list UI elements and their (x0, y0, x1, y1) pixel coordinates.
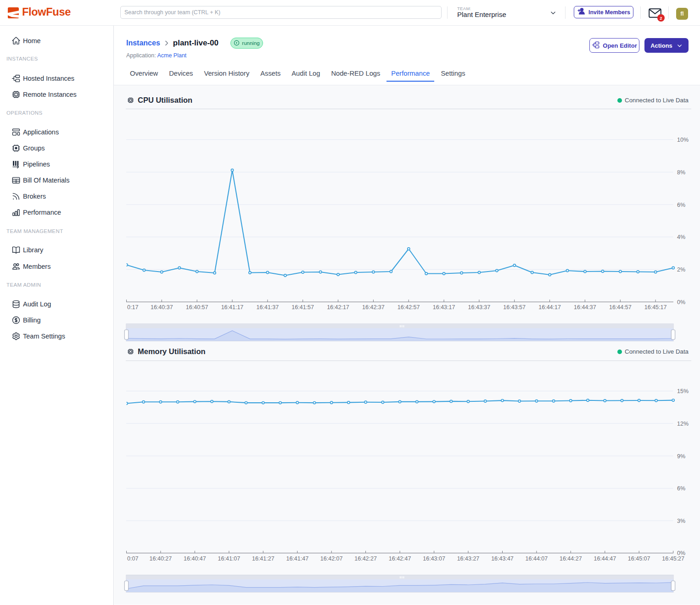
svg-text:16:40:37: 16:40:37 (151, 304, 173, 311)
svg-text:16:43:17: 16:43:17 (433, 304, 455, 311)
svg-text:16:41:27: 16:41:27 (252, 555, 274, 562)
svg-text:15%: 15% (677, 388, 689, 394)
svg-text:16:42:47: 16:42:47 (389, 555, 411, 562)
svg-text:16:42:17: 16:42:17 (327, 304, 349, 311)
svg-text:12%: 12% (677, 421, 689, 427)
svg-text:2%: 2% (677, 266, 685, 273)
svg-text:4%: 4% (677, 234, 685, 240)
svg-text:16:45:27: 16:45:27 (662, 555, 684, 562)
svg-text:16:44:17: 16:44:17 (538, 304, 561, 311)
svg-text:0:17: 0:17 (127, 304, 138, 311)
svg-text:3%: 3% (677, 518, 685, 524)
svg-text:6%: 6% (677, 202, 685, 208)
svg-text:16:44:27: 16:44:27 (560, 555, 582, 562)
svg-text:16:41:37: 16:41:37 (257, 304, 279, 311)
svg-text:0%: 0% (677, 299, 685, 305)
svg-text:9%: 9% (677, 453, 685, 460)
svg-text:16:43:47: 16:43:47 (491, 555, 514, 562)
svg-text:16:41:47: 16:41:47 (286, 555, 308, 562)
svg-text:16:44:07: 16:44:07 (526, 555, 548, 562)
svg-text:16:43:07: 16:43:07 (423, 555, 445, 562)
svg-text:16:40:57: 16:40:57 (186, 304, 208, 311)
svg-text:16:41:57: 16:41:57 (291, 304, 314, 311)
svg-text:16:41:07: 16:41:07 (218, 555, 241, 562)
svg-text:16:44:47: 16:44:47 (594, 555, 616, 562)
svg-text:16:43:37: 16:43:37 (468, 304, 491, 311)
svg-text:0:07: 0:07 (127, 555, 138, 562)
svg-text:16:40:47: 16:40:47 (184, 555, 206, 562)
svg-text:16:42:57: 16:42:57 (398, 304, 420, 311)
svg-text:16:43:27: 16:43:27 (457, 555, 480, 562)
svg-text:16:41:17: 16:41:17 (221, 304, 244, 311)
svg-text:16:45:17: 16:45:17 (644, 304, 667, 311)
svg-text:6%: 6% (677, 485, 685, 492)
svg-text:10%: 10% (677, 137, 689, 143)
svg-text:16:44:57: 16:44:57 (609, 304, 632, 311)
svg-text:16:42:37: 16:42:37 (362, 304, 385, 311)
svg-text:16:40:27: 16:40:27 (150, 555, 172, 562)
svg-text:16:43:57: 16:43:57 (503, 304, 526, 311)
svg-text:16:44:37: 16:44:37 (574, 304, 596, 311)
svg-text:16:42:07: 16:42:07 (320, 555, 343, 562)
svg-text:16:42:27: 16:42:27 (354, 555, 377, 562)
svg-text:8%: 8% (677, 169, 685, 176)
svg-text:16:45:07: 16:45:07 (628, 555, 650, 562)
